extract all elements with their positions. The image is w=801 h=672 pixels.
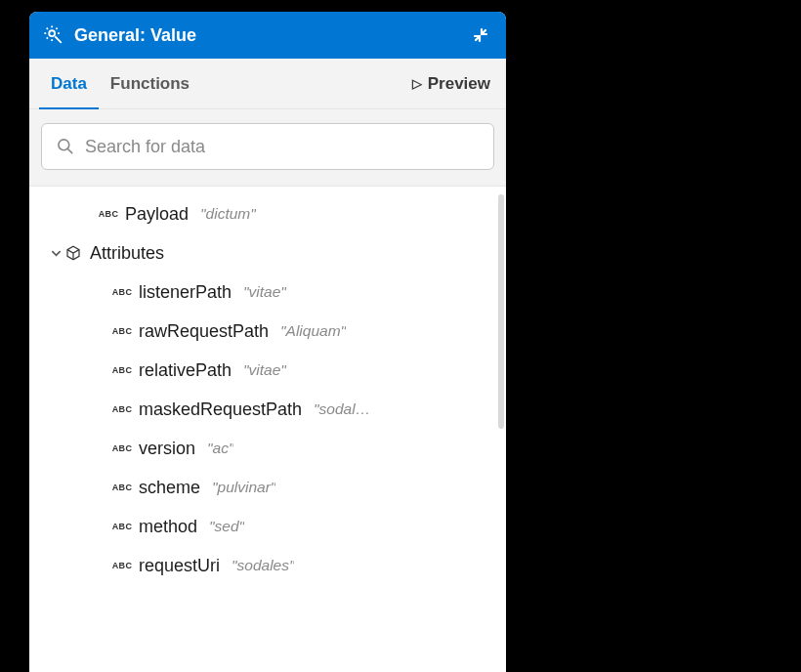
- general-value-panel: General: Value Data Functions ▷ Preview: [29, 12, 506, 672]
- tree-node-attributes[interactable]: Attributes: [29, 233, 506, 273]
- node-name: version: [139, 439, 195, 459]
- preview-label: Preview: [428, 74, 490, 94]
- abc-type-icon: ABC: [111, 326, 133, 336]
- node-value: "sed": [209, 518, 244, 535]
- collapse-button[interactable]: [469, 23, 492, 47]
- panel-header: General: Value: [29, 12, 506, 59]
- tree-node-requesturi[interactable]: ABC requestUri "sodales": [29, 546, 506, 585]
- node-value: "vitae": [243, 283, 286, 301]
- abc-type-icon: ABC: [111, 561, 133, 570]
- abc-type-icon: ABC: [111, 522, 133, 531]
- tree-node-rawrequestpath[interactable]: ABC rawRequestPath "Aliquam": [29, 312, 506, 351]
- data-tree[interactable]: ABC Payload "dictum" Attributes ABC list…: [29, 187, 506, 672]
- search-area: [29, 109, 506, 187]
- play-icon: ▷: [412, 76, 422, 91]
- search-box[interactable]: [41, 123, 494, 170]
- panel-title: General: Value: [74, 25, 469, 46]
- abc-type-icon: ABC: [111, 287, 133, 297]
- tree-node-method[interactable]: ABC method "sed": [29, 507, 506, 546]
- tree-node-relativepath[interactable]: ABC relativePath "vitae": [29, 351, 506, 390]
- node-name: listenerPath: [139, 282, 232, 303]
- node-value: "dictum": [200, 205, 256, 223]
- tree-node-listenerpath[interactable]: ABC listenerPath "vitae": [29, 273, 506, 312]
- node-value: "pulvinar": [212, 479, 275, 496]
- node-name: Attributes: [90, 243, 164, 264]
- cube-icon: [64, 244, 82, 262]
- chevron-down-icon[interactable]: [47, 248, 64, 259]
- tree-node-scheme[interactable]: ABC scheme "pulvinar": [29, 468, 506, 507]
- tab-data[interactable]: Data: [39, 61, 99, 110]
- preview-button[interactable]: ▷ Preview: [412, 74, 496, 94]
- node-name: requestUri: [139, 556, 220, 576]
- node-value: "sodales": [232, 557, 294, 574]
- node-name: method: [139, 517, 197, 537]
- node-value: "ac": [207, 440, 233, 457]
- node-name: relativePath: [139, 360, 232, 381]
- tree-node-payload[interactable]: ABC Payload "dictum": [29, 194, 506, 233]
- tab-functions[interactable]: Functions: [99, 61, 201, 110]
- node-name: Payload: [125, 204, 189, 225]
- node-value: "sodal…: [314, 400, 370, 418]
- abc-type-icon: ABC: [98, 209, 119, 219]
- abc-type-icon: ABC: [111, 404, 133, 414]
- node-name: rawRequestPath: [139, 321, 269, 342]
- tab-bar: Data Functions ▷ Preview: [29, 59, 506, 109]
- node-value: "Aliquam": [280, 322, 346, 340]
- node-name: maskedRequestPath: [139, 399, 302, 420]
- abc-type-icon: ABC: [111, 483, 133, 492]
- scrollbar[interactable]: [498, 194, 504, 429]
- collapse-icon: [473, 27, 488, 43]
- node-value: "vitae": [243, 361, 286, 379]
- svg-point-0: [49, 30, 55, 36]
- tree-node-version[interactable]: ABC version "ac": [29, 429, 506, 468]
- search-icon: [56, 137, 75, 156]
- search-input[interactable]: [85, 137, 480, 157]
- gear-wrench-icon: [43, 24, 64, 46]
- abc-type-icon: ABC: [111, 365, 133, 375]
- abc-type-icon: ABC: [111, 443, 133, 453]
- tree-node-maskedrequestpath[interactable]: ABC maskedRequestPath "sodal…: [29, 390, 506, 429]
- node-name: scheme: [139, 478, 200, 498]
